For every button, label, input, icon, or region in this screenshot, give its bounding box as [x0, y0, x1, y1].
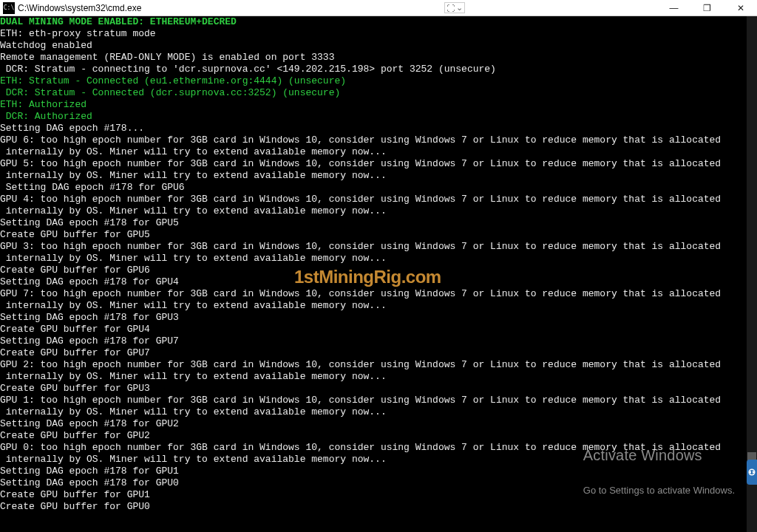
- activate-windows-watermark: Activate Windows Go to Settings to activ…: [583, 426, 735, 520]
- terminal-line: Setting DAG epoch #178 for GPU5: [0, 217, 757, 229]
- terminal-line: GPU 7: too high epoch number for 3GB car…: [0, 288, 757, 312]
- watermark-overlay: 1stMiningRig.com: [294, 271, 441, 283]
- terminal-line: GPU 4: too high epoch number for 3GB car…: [0, 194, 757, 217]
- title-bar[interactable]: C:\ C:\Windows\system32\cmd.exe ⛶ ⌄ — ❐ …: [0, 0, 757, 16]
- terminal-line: Setting DAG epoch #178 for GPU7: [0, 335, 757, 347]
- minimize-icon: —: [670, 3, 679, 13]
- close-icon: ✕: [737, 3, 744, 13]
- terminal-line: Create GPU buffer for GPU7: [0, 347, 757, 359]
- scrollbar-track[interactable]: [747, 16, 757, 532]
- terminal-line: GPU 3: too high epoch number for 3GB car…: [0, 241, 757, 265]
- teamviewer-icon: [748, 468, 756, 476]
- activate-heading: Activate Windows: [583, 449, 735, 461]
- close-button[interactable]: ✕: [724, 0, 757, 16]
- terminal-line: DCR: Stratum - connecting to 'dcr.suprno…: [0, 64, 757, 75]
- expand-icon: ⛶: [447, 4, 455, 13]
- terminal-line: Create GPU buffer for GPU4: [0, 324, 757, 335]
- terminal-line: DCR: Authorized: [0, 111, 757, 123]
- maximize-button[interactable]: ❐: [690, 0, 724, 16]
- teamviewer-side-tab[interactable]: [747, 460, 757, 485]
- maximize-icon: ❐: [703, 3, 711, 13]
- terminal-line: Create GPU buffer for GPU3: [0, 383, 757, 395]
- terminal-line: Create GPU buffer for GPU5: [0, 229, 757, 241]
- terminal-line: ETH: Stratum - Connected (eu1.ethermine.…: [0, 75, 757, 87]
- terminal-line: Setting DAG epoch #178 for GPU6: [0, 182, 757, 194]
- terminal-line: Setting DAG epoch #178...: [0, 123, 757, 134]
- terminal-line: Setting DAG epoch #178 for GPU3: [0, 312, 757, 324]
- terminal-line: GPU 5: too high epoch number for 3GB car…: [0, 158, 757, 182]
- terminal-line: DUAL MINING MODE ENABLED: ETHEREUM+DECRE…: [0, 16, 757, 28]
- activate-subtext: Go to Settings to activate Windows.: [583, 485, 735, 497]
- terminal-output[interactable]: DUAL MINING MODE ENABLED: ETHEREUM+DECRE…: [0, 16, 757, 532]
- title-mid-widget[interactable]: ⛶ ⌄: [444, 2, 465, 13]
- terminal-line: ETH: Authorized: [0, 99, 757, 111]
- minimize-button[interactable]: —: [657, 0, 690, 16]
- window-buttons: — ❐ ✕: [657, 0, 757, 16]
- window-title: C:\Windows\system32\cmd.exe: [18, 3, 141, 13]
- terminal-line: Remote management (READ-ONLY MODE) is en…: [0, 52, 757, 64]
- terminal-line: DCR: Stratum - Connected (dcr.suprnova.c…: [0, 87, 757, 99]
- chevron-down-icon: ⌄: [456, 3, 463, 13]
- cmd-window: C:\ C:\Windows\system32\cmd.exe ⛶ ⌄ — ❐ …: [0, 0, 757, 532]
- terminal-line: GPU 2: too high epoch number for 3GB car…: [0, 359, 757, 383]
- terminal-line: ETH: eth-proxy stratum mode: [0, 28, 757, 40]
- terminal-line: GPU 1: too high epoch number for 3GB car…: [0, 395, 757, 418]
- terminal-line: Watchdog enabled: [0, 40, 757, 52]
- app-icon: C:\: [3, 2, 15, 14]
- terminal-line: GPU 6: too high epoch number for 3GB car…: [0, 134, 757, 158]
